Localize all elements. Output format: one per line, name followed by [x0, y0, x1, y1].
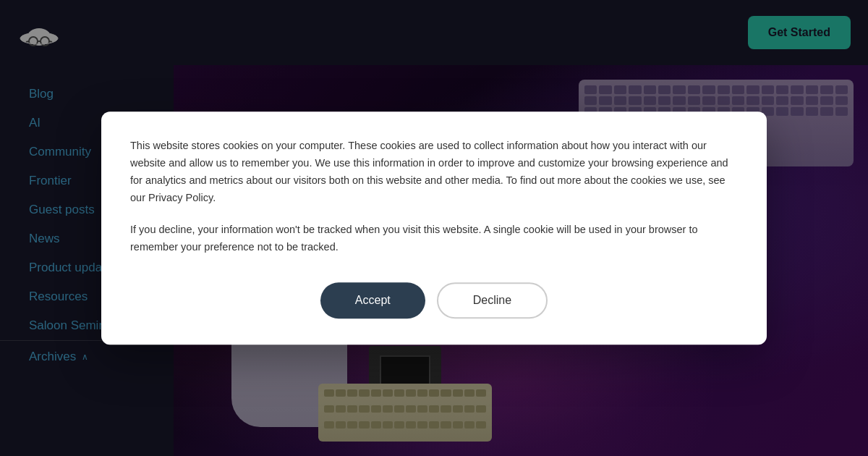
cookie-text-primary: This website stores cookies on your comp…	[130, 138, 738, 207]
cookie-buttons: Accept Decline	[130, 282, 738, 318]
decline-button[interactable]: Decline	[437, 282, 548, 318]
accept-button[interactable]: Accept	[320, 282, 425, 318]
cookie-text-secondary: If you decline, your information won't b…	[130, 221, 738, 256]
cookie-modal: This website stores cookies on your comp…	[101, 111, 767, 345]
